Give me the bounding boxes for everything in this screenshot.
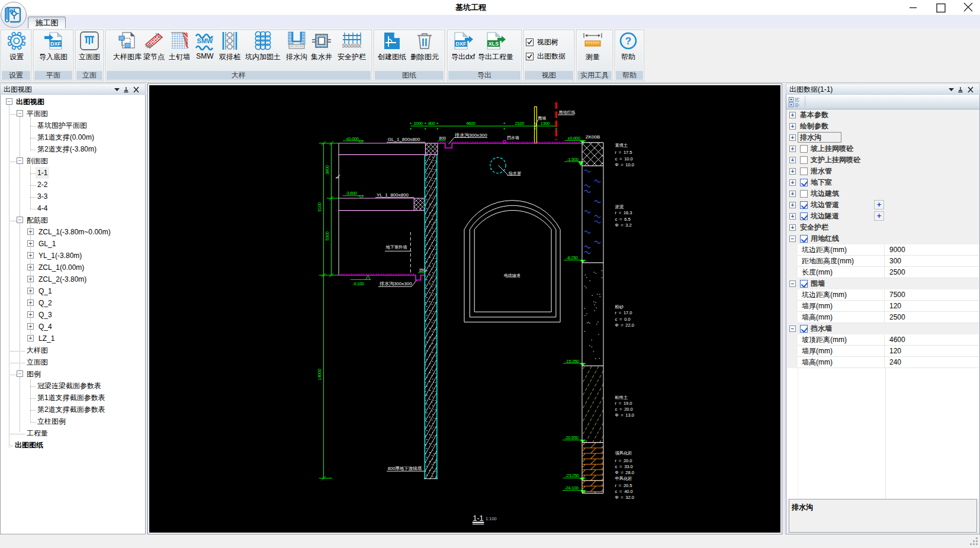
svg-text:350: 350 [419,268,426,272]
svg-text:挡水墙: 挡水墙 [507,136,519,140]
svg-text:c = 10.0: c = 10.0 [615,156,633,162]
svg-text:排水沟300x300: 排水沟300x300 [455,133,487,138]
svg-text:Φ = 22.0: Φ = 22.0 [615,323,634,328]
svg-text:强风化岩: 强风化岩 [615,450,632,456]
svg-text:1:100: 1:100 [486,516,497,521]
svg-text:DXF: DXF [456,41,467,47]
svg-text:用地红线: 用地红线 [559,110,576,115]
svg-text:r = 19.0: r = 19.0 [615,401,632,406]
svg-text:5300: 5300 [324,231,330,241]
svg-text:-20.650: -20.650 [564,435,578,440]
svg-text:800厚地下连续墙: 800厚地下连续墙 [388,466,422,471]
svg-text:-9.100: -9.100 [352,281,364,286]
svg-text:800: 800 [428,121,435,126]
svg-text:Φ = 28.0: Φ = 28.0 [615,470,634,475]
svg-text:粘性土: 粘性土 [615,395,628,400]
svg-text:1-1: 1-1 [473,514,484,523]
svg-text:-15.350: -15.350 [565,359,579,364]
svg-text:中风化岩: 中风化岩 [615,476,632,481]
svg-text:r = 16.3: r = 16.3 [615,210,632,215]
svg-text:±0.000: ±0.000 [567,136,580,141]
svg-text:3800: 3800 [324,165,330,175]
svg-text:c = 20.0: c = 20.0 [615,407,633,412]
svg-text:9100: 9100 [317,202,322,212]
svg-text:-24.100: -24.100 [564,485,578,491]
svg-text:2100: 2100 [515,121,525,126]
svg-text:4600: 4600 [466,121,475,126]
svg-text:r = 17.5: r = 17.5 [615,150,632,155]
svg-text:地下室外墙: 地下室外墙 [385,244,408,250]
svg-text:r = 20.5: r = 20.5 [615,483,632,488]
svg-text:DXF: DXF [50,41,62,47]
svg-text:?: ? [625,36,631,47]
svg-text:-8.250: -8.250 [566,255,578,260]
svg-text:c = 6.5: c = 6.5 [615,217,631,222]
svg-text:c = 33.0: c = 33.0 [615,464,633,469]
svg-text:ZK00B: ZK00B [586,134,600,140]
svg-text:排水沟300x300: 排水沟300x300 [380,281,412,286]
svg-text:-23.250: -23.250 [565,473,579,478]
svg-text:±0.000: ±0.000 [346,136,358,141]
svg-text:淤泥: 淤泥 [615,204,624,209]
svg-text:电缆隧道: 电缆隧道 [504,273,520,278]
svg-text:14000: 14000 [317,369,322,380]
svg-text:给水管: 给水管 [509,171,521,176]
svg-text:Φ = 32.0: Φ = 32.0 [615,495,634,500]
svg-text:Φ = 13.0: Φ = 13.0 [615,412,634,418]
svg-text:围墙: 围墙 [538,116,547,121]
svg-text:Φ = 10.0: Φ = 10.0 [615,162,634,167]
svg-text:r = 20.0: r = 20.0 [615,458,632,463]
svg-text:素填土: 素填土 [615,143,628,148]
svg-text:800: 800 [439,136,446,140]
svg-text:1300: 1300 [541,121,550,126]
svg-text:XLS: XLS [489,41,499,47]
svg-text:-1.500: -1.500 [567,157,579,162]
svg-text:GL_1_800x800: GL_1_800x800 [388,137,420,142]
svg-text:粉砂: 粉砂 [615,304,624,310]
svg-text:Φ = 3.2: Φ = 3.2 [615,223,632,228]
svg-text:YL_1_800x800: YL_1_800x800 [377,192,409,198]
svg-text:r = 17.0: r = 17.0 [615,310,632,315]
svg-text:-3.800: -3.800 [345,191,357,196]
svg-text:c = 40.0: c = 40.0 [615,489,633,494]
svg-text:1000: 1000 [413,121,423,126]
svg-text:c = 0.0: c = 0.0 [615,317,631,322]
